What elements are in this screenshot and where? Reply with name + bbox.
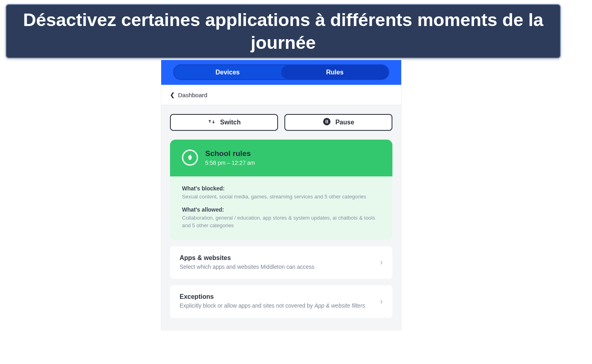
- exceptions-desc-prefix: Explicitly block or allow apps and sites…: [180, 302, 314, 309]
- svg-rect-1: [326, 120, 327, 123]
- content-area: Switch Pause School rules 5:58 pm – 12:2…: [161, 105, 401, 330]
- exceptions-desc-em: App & website filters: [314, 302, 365, 309]
- rule-header[interactable]: School rules 5:58 pm – 12:27 am: [170, 140, 392, 176]
- blocked-label: What's blocked:: [182, 185, 380, 192]
- tab-devices-label: Devices: [216, 69, 240, 76]
- apps-websites-item[interactable]: Apps & websites Select which apps and we…: [170, 246, 392, 279]
- exceptions-desc: Explicitly block or allow apps and sites…: [180, 302, 372, 310]
- allowed-text: Collaboration, general / education, app …: [182, 214, 380, 230]
- swap-icon: [207, 117, 216, 128]
- breadcrumb[interactable]: ❮ Dashboard: [170, 92, 207, 98]
- annotation-text: Désactivez certaines applications à diff…: [22, 8, 544, 54]
- pause-label: Pause: [335, 119, 354, 126]
- tab-bar: Devices Rules: [161, 60, 401, 85]
- svg-rect-2: [327, 120, 328, 123]
- rule-card: School rules 5:58 pm – 12:27 am What's b…: [170, 140, 392, 240]
- chevron-right-icon: ›: [380, 257, 383, 268]
- switch-button[interactable]: Switch: [170, 114, 278, 131]
- chevron-right-icon: ›: [380, 296, 383, 307]
- rule-time: 5:58 pm – 12:27 am: [205, 160, 255, 166]
- app-window: Devices Rules ❮ Dashboard Switch: [161, 60, 401, 330]
- exceptions-item[interactable]: Exceptions Explicitly block or allow app…: [170, 285, 392, 318]
- pause-button[interactable]: Pause: [284, 114, 392, 131]
- tab-rules[interactable]: Rules: [281, 65, 388, 79]
- exceptions-text: Exceptions Explicitly block or allow app…: [180, 293, 380, 310]
- rule-body: What's blocked: Sexual content, social m…: [170, 176, 392, 240]
- tab-rules-label: Rules: [326, 69, 344, 76]
- pause-icon: [322, 117, 331, 128]
- apple-icon: [182, 150, 198, 166]
- annotation-banner: Désactivez certaines applications à diff…: [6, 4, 561, 58]
- breadcrumb-label: Dashboard: [178, 92, 207, 98]
- tab-devices[interactable]: Devices: [174, 65, 281, 79]
- rule-title: School rules: [205, 149, 255, 158]
- action-row: Switch Pause: [170, 114, 392, 131]
- apps-websites-text: Apps & websites Select which apps and we…: [180, 254, 380, 271]
- switch-label: Switch: [220, 119, 241, 126]
- apps-websites-title: Apps & websites: [180, 254, 372, 262]
- exceptions-title: Exceptions: [180, 293, 372, 300]
- apps-websites-desc: Select which apps and websites Middleton…: [180, 263, 372, 271]
- subheader: ❮ Dashboard: [161, 85, 401, 105]
- svg-point-0: [323, 118, 330, 125]
- allowed-label: What's allowed:: [182, 206, 380, 213]
- chevron-left-icon: ❮: [170, 92, 175, 98]
- blocked-text: Sexual content, social media, games, str…: [182, 193, 380, 201]
- rule-header-text: School rules 5:58 pm – 12:27 am: [205, 149, 255, 166]
- tab-pill: Devices Rules: [173, 64, 389, 80]
